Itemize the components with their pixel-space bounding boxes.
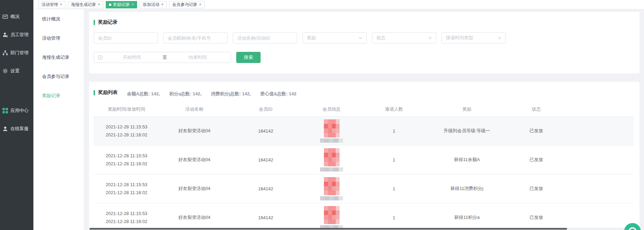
title-accent-bar [94, 90, 95, 95]
time-type-select[interactable]: 搜索时间类型 [442, 32, 506, 43]
filter-row-2: 开始时间 至 结束时间 搜索 [94, 52, 634, 63]
cell-invites: 1 [361, 117, 427, 145]
active-dot-icon [109, 3, 111, 6]
cell-member-id: 164142 [229, 117, 302, 145]
reward-select-placeholder: 奖励 [307, 35, 316, 41]
sidebar-item-departments[interactable]: 部门管理 [0, 44, 33, 62]
member-name-input[interactable] [163, 32, 228, 43]
employee-icon [2, 32, 8, 38]
reward-time: 2021-12-28 11:15:53 [94, 209, 159, 217]
filter-row-1: 奖励 状态 搜索时间类型 [94, 32, 634, 43]
sidebar-item-overview[interactable]: 概况 [0, 8, 33, 26]
submenu-item-activity-management[interactable]: 活动管理 [33, 29, 84, 48]
cell-activity: 好友裂变活动04 [159, 117, 229, 145]
department-icon [2, 50, 8, 56]
reward-list-panel: 奖励列表 余额A总数: 142, 积分a总数: 142, 消费积分j总数: 14… [89, 82, 639, 230]
list-title: 奖励列表 [98, 89, 118, 96]
issue-time: 2021-12-28 11:16:02 [94, 160, 159, 168]
scrollbar-thumb[interactable] [89, 228, 567, 230]
customer-service-icon [2, 126, 8, 132]
start-time-placeholder[interactable]: 开始时间 [103, 54, 161, 61]
sidebar-item-label: 员工管理 [10, 32, 29, 38]
tab-reward-records[interactable]: 奖励记录 × [106, 1, 137, 8]
search-button[interactable]: 搜索 [236, 52, 261, 63]
cell-member-info [302, 203, 361, 230]
cell-invites: 1 [361, 203, 427, 230]
tags-view-bar: 活动管理 × 海报生成记录 × 奖励记录 × 添加活动 × 会员参与记录 × [33, 0, 644, 9]
search-panel-title: 奖励记录 [94, 19, 634, 25]
col-member-id: 会员ID [229, 103, 302, 117]
date-range-separator: 至 [161, 54, 168, 61]
tab-close-icon[interactable]: × [199, 2, 201, 7]
cell-times: 2021-12-28 11:15:53 2021-12-28 11:16:02 [94, 203, 159, 230]
activity-input[interactable] [233, 32, 297, 43]
stat-balance-total: 余额A总数: 142, [127, 91, 160, 97]
cell-filler [566, 145, 634, 174]
col-filler [566, 103, 634, 117]
submenu-item-poster-records[interactable]: 海报生成记录 [33, 48, 84, 67]
member-id-input[interactable] [94, 32, 158, 43]
stat-love-value-total: 爱心值&总数: 142 [260, 91, 296, 97]
table-row: 2021-12-28 11:15:53 2021-12-28 11:16:02 … [94, 174, 634, 203]
submenu-item-reward-records[interactable]: 奖励记录 [33, 86, 84, 105]
reward-stats: 余额A总数: 142, 积分a总数: 142, 消费积分j总数: 142, 爱心… [127, 91, 296, 97]
status-select-placeholder: 状态 [376, 35, 385, 41]
sidebar-item-customer-service[interactable]: 在线客服 [0, 120, 33, 138]
issue-time: 2021-12-28 11:16:02 [94, 131, 159, 139]
list-panel-title: 奖励列表 [94, 89, 118, 96]
sidebar-item-app-center[interactable]: 应用中心 [0, 102, 33, 120]
tab-label: 活动管理 [41, 2, 58, 8]
col-member-info: 会员信息 [302, 103, 361, 117]
issue-time: 2021-12-28 11:16:02 [94, 189, 159, 197]
col-status: 状态 [507, 103, 566, 117]
sidebar-item-employees[interactable]: 员工管理 [0, 26, 33, 44]
app-window: 概况 员工管理 部门管理 设置 应用中心 [0, 0, 644, 230]
sidebar-item-label: 部门管理 [10, 50, 29, 56]
sidebar-item-settings[interactable]: 设置 [0, 62, 33, 80]
tab-label: 海报生成记录 [71, 2, 96, 8]
reward-select[interactable]: 奖励 [302, 32, 367, 43]
tab-add-activity[interactable]: 添加活动 × [140, 1, 167, 8]
clock-icon [98, 55, 103, 60]
table-row: 2021-12-28 11:15:53 2021-12-28 11:16:02 … [94, 203, 634, 230]
cell-activity: 好友裂变活动04 [159, 203, 229, 230]
tab-poster-records[interactable]: 海报生成记录 × [68, 1, 103, 8]
time-type-select-placeholder: 搜索时间类型 [446, 35, 473, 41]
member-avatar-blurred [324, 177, 340, 195]
submenu-item-member-participation[interactable]: 会员参与记录 [33, 67, 84, 86]
cell-status: 已发放 [507, 174, 566, 203]
date-range-picker[interactable]: 开始时间 至 结束时间 [94, 52, 231, 63]
stat-points-a-total: 积分a总数: 142, [169, 91, 201, 97]
status-select[interactable]: 状态 [372, 32, 436, 43]
main-sidebar: 概况 员工管理 部门管理 设置 应用中心 [0, 0, 33, 230]
tab-close-icon[interactable]: × [98, 2, 100, 7]
overview-chart-icon [2, 14, 8, 19]
floating-service-button[interactable] [624, 223, 641, 230]
cell-times: 2021-12-28 11:15:53 2021-12-28 11:16:02 [94, 145, 159, 174]
col-invite-count: 邀请人数 [361, 103, 427, 117]
sidebar-item-label: 设置 [10, 68, 19, 74]
col-reward: 奖励 [427, 103, 507, 117]
sidebar-item-label: 应用中心 [10, 108, 29, 114]
tab-label: 会员参与记录 [172, 2, 197, 8]
tab-member-participation[interactable]: 会员参与记录 × [169, 1, 205, 8]
col-activity-name: 活动名称 [159, 103, 229, 117]
list-header: 奖励列表 余额A总数: 142, 积分a总数: 142, 消费积分j总数: 14… [94, 89, 634, 97]
end-time-placeholder[interactable]: 结束时间 [168, 54, 227, 61]
reward-search-panel: 奖励记录 奖励 状态 搜索时间类型 [89, 12, 639, 73]
reward-time: 2021-12-28 11:15:53 [94, 181, 159, 189]
cell-filler [566, 174, 634, 203]
submenu-item-stats-overview[interactable]: 统计概况 [33, 9, 84, 29]
tab-activity-management[interactable]: 活动管理 × [38, 1, 65, 8]
cell-member-id: 164142 [229, 203, 302, 230]
tab-close-icon[interactable]: × [132, 2, 134, 7]
tab-close-icon[interactable]: × [60, 2, 62, 7]
cell-activity: 好友裂变活动04 [159, 174, 229, 203]
main-content: 奖励记录 奖励 状态 搜索时间类型 [84, 9, 644, 230]
cell-reward: 获得11余额A [427, 145, 507, 174]
tab-close-icon[interactable]: × [161, 2, 164, 7]
cell-status: 已发放 [507, 203, 566, 230]
chevron-down-icon [498, 37, 501, 39]
stat-consume-points-total: 消费积分j总数: 142, [211, 91, 251, 97]
cell-member-info [302, 174, 361, 203]
